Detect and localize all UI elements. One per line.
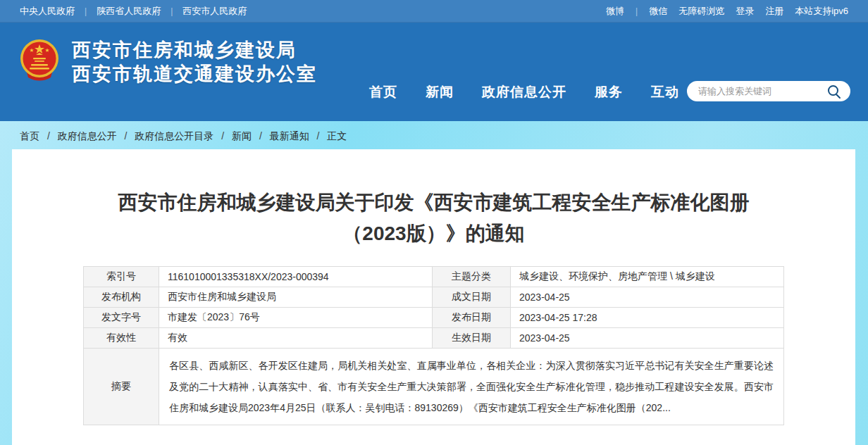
gov-links: 中央人民政府 | 陕西省人民政府 | 西安市人民政府 — [20, 5, 247, 18]
site-title-line1: 西安市住房和城乡建设局 — [72, 38, 317, 62]
table-row: 发布机构 西安市住房和城乡建设局 成文日期 2023-04-25 — [84, 287, 784, 308]
link-register[interactable]: 注册 — [765, 5, 783, 18]
meta-label-summary: 摘要 — [84, 349, 159, 425]
meta-value-index-no: 1161010001335318XX/2023-000394 — [159, 267, 433, 287]
meta-label-issuing-agency: 发布机构 — [84, 287, 159, 308]
top-utility-bar: 中央人民政府 | 陕西省人民政府 | 西安市人民政府 微博 | 微信 无障碍浏览… — [0, 0, 868, 23]
table-row: 摘要 各区县、西咸新区、各开发区住建局，局机关相关处室、直属事业单位，各相关企业… — [84, 349, 784, 425]
site-title: 西安市住房和城乡建设局 西安市轨道交通建设办公室 — [72, 38, 317, 86]
nav-item-home[interactable]: 首页 — [369, 83, 397, 101]
national-emblem-logo — [18, 38, 61, 86]
separator: | — [85, 6, 87, 16]
meta-value-summary: 各区县、西咸新区、各开发区住建局，局机关相关处室、直属事业单位，各相关企业：为深… — [159, 349, 784, 425]
link-accessibility[interactable]: 无障碍浏览 — [678, 5, 724, 18]
article-card: 西安市住房和城乡建设局关于印发《西安市建筑工程安全生产标准化图册（2023版）》… — [12, 149, 855, 445]
search-box — [687, 81, 850, 101]
breadcrumb-separator: / — [317, 130, 320, 142]
link-weixin[interactable]: 微信 — [649, 5, 667, 18]
meta-label-topic-category: 主题分类 — [433, 267, 511, 287]
table-row: 发文字号 市建发〔2023〕76号 发布日期 2023-04-25 17:28 — [84, 308, 784, 328]
article-title: 西安市住房和城乡建设局关于印发《西安市建筑工程安全生产标准化图册（2023版）》… — [117, 187, 751, 249]
meta-value-publish-date: 2023-04-25 17:28 — [511, 308, 784, 328]
breadcrumb-gov-info-catalog[interactable]: 政府信息公开目录 — [135, 130, 213, 142]
breadcrumb-separator: / — [259, 130, 262, 142]
table-row: 索引号 1161010001335318XX/2023-000394 主题分类 … — [84, 267, 784, 287]
separator: | — [636, 6, 638, 16]
site-brand: 西安市住房和城乡建设局 西安市轨道交通建设办公室 — [18, 38, 317, 86]
meta-value-effective-date: 2023-04-25 — [511, 328, 784, 349]
meta-label-index-no: 索引号 — [84, 267, 159, 287]
nav-item-interaction[interactable]: 互动 — [651, 83, 679, 101]
breadcrumb-separator: / — [125, 130, 128, 142]
meta-label-written-date: 成文日期 — [433, 287, 511, 308]
meta-value-validity: 有效 — [159, 328, 433, 349]
breadcrumb: 首页 / 政府信息公开 / 政府信息公开目录 / 新闻 / 最新通知 / 正文 — [0, 121, 868, 149]
search-input[interactable] — [698, 86, 826, 96]
meta-value-issuing-agency: 西安市住房和城乡建设局 — [159, 287, 433, 308]
separator: | — [170, 6, 173, 16]
link-weibo[interactable]: 微博 — [606, 5, 624, 18]
breadcrumb-home[interactable]: 首页 — [20, 130, 39, 142]
site-header: 西安市住房和城乡建设局 西安市轨道交通建设办公室 首页 新闻 政府信息公开 服务… — [0, 23, 868, 121]
link-central-gov[interactable]: 中央人民政府 — [20, 5, 75, 18]
doc-meta-table: 索引号 1161010001335318XX/2023-000394 主题分类 … — [83, 266, 784, 425]
breadcrumb-gov-info[interactable]: 政府信息公开 — [58, 130, 117, 142]
search-icon[interactable] — [826, 84, 842, 99]
meta-label-validity: 有效性 — [84, 328, 159, 349]
table-row: 有效性 有效 生效日期 2023-04-25 — [84, 328, 784, 349]
meta-label-effective-date: 生效日期 — [433, 328, 511, 349]
meta-value-topic-category: 城乡建设、环境保护、房地产管理 \ 城乡建设 — [511, 267, 784, 287]
main-nav: 首页 新闻 政府信息公开 服务 互动 — [369, 83, 679, 101]
nav-item-news[interactable]: 新闻 — [426, 83, 454, 101]
breadcrumb-news[interactable]: 新闻 — [232, 130, 252, 142]
meta-label-publish-date: 发布日期 — [433, 308, 511, 328]
link-xian-gov[interactable]: 西安市人民政府 — [182, 5, 247, 18]
link-ipv6[interactable]: 本站支持ipv6 — [795, 5, 848, 18]
breadcrumb-current[interactable]: 正文 — [327, 130, 347, 142]
breadcrumb-separator: / — [221, 130, 224, 142]
meta-value-written-date: 2023-04-25 — [511, 287, 784, 308]
utility-links: 微博 | 微信 无障碍浏览 登录 注册 本站支持ipv6 — [606, 5, 848, 18]
meta-value-doc-number: 市建发〔2023〕76号 — [159, 308, 433, 328]
breadcrumb-separator: / — [47, 130, 50, 142]
link-shaanxi-gov[interactable]: 陕西省人民政府 — [97, 5, 161, 18]
breadcrumb-latest-notices[interactable]: 最新通知 — [270, 130, 309, 142]
meta-label-doc-number: 发文字号 — [84, 308, 159, 328]
content-background: 首页 / 政府信息公开 / 政府信息公开目录 / 新闻 / 最新通知 / 正文 … — [0, 121, 868, 445]
nav-item-gov-info[interactable]: 政府信息公开 — [482, 83, 566, 101]
nav-item-services[interactable]: 服务 — [595, 83, 623, 101]
link-login[interactable]: 登录 — [736, 5, 754, 18]
site-title-line2: 西安市轨道交通建设办公室 — [72, 62, 317, 86]
